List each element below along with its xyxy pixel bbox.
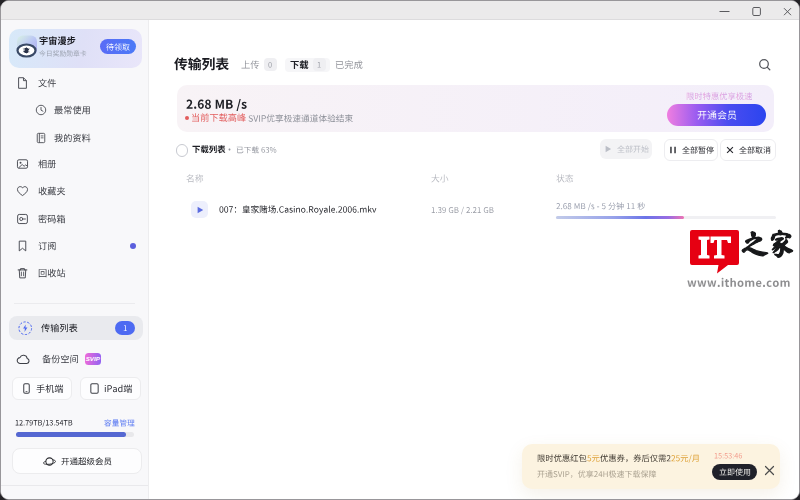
downloaded-percent-label [236,144,277,155]
file-progressbar [556,216,776,219]
sidebar-item-label [38,159,56,168]
file-size [431,205,494,215]
planet-icon [43,455,56,468]
sidebar-item-recycle-bin[interactable] [1,261,148,285]
super-vip-label [61,457,112,466]
photo-icon [16,158,29,171]
file-status [556,201,645,211]
tab-completed-label [335,60,363,69]
profile-claim-badge[interactable] [100,39,136,54]
banner-subline [185,113,353,124]
download-count-badge [313,58,326,71]
super-vip-button[interactable] [12,448,142,474]
sidebar-item-password-box[interactable] [1,207,148,231]
sidebar-item-favorites[interactable] [1,179,148,203]
ipad-client-button[interactable] [80,377,141,400]
profile-doc-icon [35,132,47,144]
ithome-logo-icon [690,230,739,274]
sidebar-item-label [38,214,66,223]
download-list-title [192,144,226,155]
svip-badge-label: SVIP [86,355,100,362]
file-icon [16,77,29,90]
start-all-label [617,145,649,153]
smartphone-icon [21,383,32,394]
toast-close-button[interactable] [764,462,775,473]
toast-countdown [714,451,742,460]
column-header-status [556,173,574,183]
pause-icon [669,146,677,154]
minimize-icon [718,5,731,18]
tab-upload-label [241,60,260,69]
backup-label [42,354,79,363]
tab-download-label [290,60,309,69]
select-all-checkbox[interactable] [176,144,189,157]
toast-line1 [537,452,700,464]
sidebar-item-label [38,241,56,250]
storage-usage [15,419,73,426]
toast-text-1 [537,454,587,462]
ithome-url [687,277,790,289]
storage-progress-fill [16,432,126,437]
subscription-dot-badge [130,243,136,249]
open-vip-button[interactable] [667,104,766,126]
cancel-all-button[interactable] [720,139,776,161]
profile-name [39,36,76,46]
maximize-button[interactable] [750,5,763,18]
sidebar-item-label [54,133,91,142]
clock-icon [35,104,47,116]
tab-download[interactable] [285,58,330,72]
transfer-count-badge [115,321,135,335]
tab-upload[interactable] [241,58,277,71]
cancel-all-label [739,146,771,154]
maximize-icon [750,5,763,18]
sidebar: SVIP [1,20,149,499]
sidebar-item-recent[interactable] [1,98,148,122]
storage-manage-link[interactable] [104,419,135,427]
use-now-button[interactable] [712,464,757,480]
column-header-name [186,173,204,183]
start-all-button[interactable] [600,139,652,159]
profile-badge-label [106,43,130,51]
column-header-size [431,173,449,183]
upload-count-badge [264,58,277,71]
sidebar-item-label [54,105,91,114]
sidebar-item-albums[interactable] [1,152,148,176]
profile-subtitle [39,49,87,57]
sidebar-item-my-docs[interactable] [1,126,148,150]
tablet-icon [89,383,100,394]
banner-alert [191,113,246,122]
sidebar-item-files[interactable] [1,71,148,95]
app-window: SVIP [0,0,800,500]
speed-banner [177,85,774,132]
sidebar-item-subscriptions[interactable] [1,234,148,258]
minimize-button[interactable] [718,5,731,18]
phone-client-button[interactable] [12,377,72,400]
toast-price-highlight [671,454,700,462]
ipad-client-label [104,384,132,393]
sidebar-item-transfer-list[interactable] [9,316,143,340]
open-vip-label [697,110,737,120]
promo-toast [522,444,780,489]
pause-all-button[interactable] [664,139,718,161]
trash-icon [16,267,29,280]
file-name[interactable] [219,205,377,215]
close-icon [781,5,794,18]
toast-close-icon [764,465,775,476]
use-now-label [719,468,751,476]
pause-all-label [682,146,714,154]
storage-progressbar [16,432,134,437]
toast-text-2 [600,454,671,462]
ithome-logo-zhijia [740,221,797,265]
cloud-icon [16,352,31,367]
close-button[interactable] [781,5,794,18]
upload-badge-count [268,61,272,69]
row-play-icon [196,206,204,214]
search-icon [757,57,773,73]
tab-completed[interactable] [335,58,363,71]
profile-card[interactable] [9,29,142,68]
row-play-button[interactable] [191,201,208,218]
toast-coupon-highlight [587,454,600,462]
search-button[interactable] [757,57,773,73]
storage-row [16,419,137,431]
sidebar-item-backup-space[interactable]: SVIP [9,347,143,371]
